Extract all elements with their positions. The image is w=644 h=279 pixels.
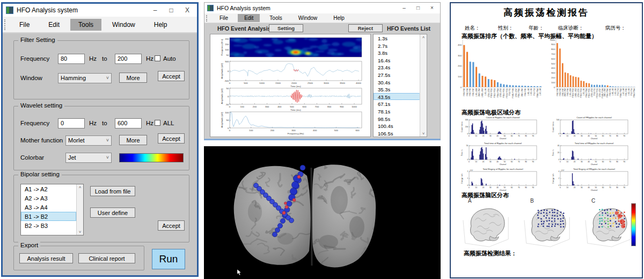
bipolar-list-item[interactable]: A1 -> A2	[21, 184, 76, 194]
setting-button[interactable]: Setting	[269, 24, 303, 32]
scroll-down-icon[interactable]: ˅	[79, 230, 82, 234]
titlebar[interactable]: HFO Analysis system – □ ×	[204, 3, 440, 13]
menu-item-window[interactable]: Window	[292, 14, 324, 22]
close-button[interactable]: ×	[427, 3, 437, 13]
svg-text:300: 300	[458, 54, 462, 57]
mother-function-combobox[interactable]: Morlet ˅	[65, 135, 112, 146]
clinical-report-button[interactable]: Clinical report	[78, 253, 135, 263]
svg-text:RH4-RH5: RH4-RH5	[609, 88, 611, 96]
menu-item-file[interactable]: File	[213, 14, 235, 22]
close-button[interactable]: X	[181, 4, 194, 17]
filter-accept-button[interactable]: Accept	[158, 71, 185, 81]
hfo-events-listbox[interactable]: 1.3s2.7s3.8s16.4s23.4s27.5s30.4s35.3s43.…	[373, 34, 427, 137]
brain-3d-view[interactable]	[204, 146, 441, 279]
menu-item-window[interactable]: Window	[104, 19, 143, 31]
svg-text:70: 70	[518, 135, 520, 137]
event-item[interactable]: 16.4s	[374, 56, 420, 64]
event-item[interactable]: 3.8s	[374, 49, 420, 56]
all-label: ALL	[163, 120, 174, 126]
event-item[interactable]: 30.4s	[374, 78, 420, 86]
svg-text:Channel: Channel	[591, 138, 598, 140]
wavelet-more-button[interactable]: More	[119, 135, 147, 145]
auto-checkbox[interactable]	[155, 55, 160, 61]
svg-text:10: 10	[475, 161, 477, 163]
svg-text:70: 70	[609, 187, 611, 189]
bipolar-list-item[interactable]: B2 -> B3	[21, 221, 76, 230]
svg-text:LH2-LH3: LH2-LH3	[628, 88, 630, 96]
svg-text:40: 40	[558, 145, 560, 147]
event-item[interactable]: 106.5s	[374, 130, 420, 137]
listbox-scrollbar[interactable]: ˄ ˅	[76, 184, 83, 235]
window-combobox[interactable]: Hamming ˅	[58, 73, 112, 83]
bipolar-list-item[interactable]: B1 -> B2	[21, 212, 76, 221]
event-item[interactable]: 98.5s	[374, 115, 420, 123]
event-item[interactable]: 23.4s	[374, 63, 420, 71]
events-list-label: HFO Events List	[387, 25, 430, 32]
wavelet-freq-to-input[interactable]: 600	[115, 118, 142, 128]
svg-text:20: 20	[574, 161, 576, 163]
event-item[interactable]: 78.1s	[374, 108, 420, 115]
bipolar-accept-button[interactable]: Accept	[158, 220, 185, 231]
menu-item-edit[interactable]: Edit	[238, 14, 260, 22]
filter-more-button[interactable]: More	[119, 73, 147, 83]
scroll-down-icon[interactable]: ˅	[422, 131, 425, 136]
event-item[interactable]: 35.3s	[374, 85, 420, 93]
svg-text:Time / s: Time / s	[461, 149, 463, 156]
all-checkbox[interactable]	[155, 120, 160, 126]
svg-text:LH1-LH2: LH1-LH2	[528, 88, 530, 96]
maximize-button[interactable]: □	[165, 4, 178, 17]
bipolar-listbox[interactable]: A1 -> A2A2 -> A3A3 -> A4B1 -> B2B2 -> B3…	[20, 184, 84, 235]
event-item[interactable]: 1.3s	[374, 34, 420, 42]
event-item[interactable]: 2.7s	[374, 42, 420, 49]
hist-fripple-time: 020400102030405060708090ChannelTime / sT…	[550, 141, 633, 168]
events-scrollbar[interactable]: ˄ ˅	[420, 34, 427, 137]
svg-text:Time (ms): Time (ms)	[290, 85, 301, 88]
svg-text:0: 0	[560, 187, 561, 189]
svg-text:10: 10	[475, 135, 477, 137]
menu-item-tools[interactable]: Tools	[70, 19, 101, 31]
menubar: FileEditToolsWindowHelp	[3, 17, 197, 33]
event-item[interactable]: 43.5s	[374, 93, 420, 101]
svg-text:0: 0	[560, 135, 561, 137]
bipolar-list-item[interactable]: A3 -> A4	[21, 203, 76, 212]
scroll-up-icon[interactable]: ˄	[79, 185, 82, 190]
menu-item-help[interactable]: Help	[327, 14, 351, 22]
event-item[interactable]: 100.4s	[374, 122, 420, 130]
minimize-button[interactable]: –	[149, 4, 162, 17]
svg-text:Frequency (Hz): Frequency (Hz)	[288, 132, 304, 135]
svg-text:LH11-LH12: LH11-LH12	[575, 88, 577, 97]
svg-text:Time / s: Time / s	[552, 149, 554, 156]
event-item[interactable]: 168.4s	[374, 137, 420, 137]
titlebar[interactable]: HFO Analysis system – □ X	[3, 4, 197, 17]
svg-text:50: 50	[595, 187, 597, 189]
hz-label: Hz	[146, 55, 153, 62]
bipolar-list-item[interactable]: A2 -> A3	[21, 194, 76, 203]
scroll-up-icon[interactable]: ˄	[422, 35, 425, 40]
load-from-file-button[interactable]: Load from file	[90, 186, 135, 196]
svg-text:PTA2-PTA3: PTA2-PTA3	[497, 88, 499, 98]
wavelet-freq-from-input[interactable]: 0	[58, 118, 85, 128]
svg-text:4000: 4000	[356, 82, 361, 84]
svg-text:30: 30	[489, 187, 492, 189]
svg-text:40: 40	[496, 135, 499, 137]
run-button[interactable]: Run	[152, 249, 185, 269]
reject-button[interactable]: Reject	[348, 24, 383, 32]
maximize-button[interactable]: □	[413, 3, 423, 13]
analysis-result-button[interactable]: Analysis result	[19, 253, 73, 263]
menu-item-tools[interactable]: Tools	[263, 14, 288, 22]
user-define-button[interactable]: User define	[90, 208, 135, 218]
filter-freq-from-input[interactable]: 80	[58, 54, 85, 64]
menu-item-file[interactable]: File	[11, 19, 38, 31]
svg-text:0: 0	[469, 187, 470, 189]
svg-text:30: 30	[489, 161, 492, 163]
colorbar-combobox[interactable]: Jet ˅	[65, 153, 112, 163]
menu-item-edit[interactable]: Edit	[40, 19, 68, 31]
event-item[interactable]: 27.5s	[374, 71, 420, 78]
minimize-button[interactable]: –	[399, 3, 409, 13]
event-item[interactable]: 67.1s	[374, 100, 420, 108]
filter-freq-to-input[interactable]: 200	[115, 54, 142, 64]
svg-text:LH5-LH6: LH5-LH6	[583, 88, 585, 96]
wavelet-accept-button[interactable]: Accept	[158, 133, 185, 144]
svg-text:PS1-PS5: PS1-PS5	[594, 88, 596, 96]
menu-item-help[interactable]: Help	[146, 19, 175, 31]
